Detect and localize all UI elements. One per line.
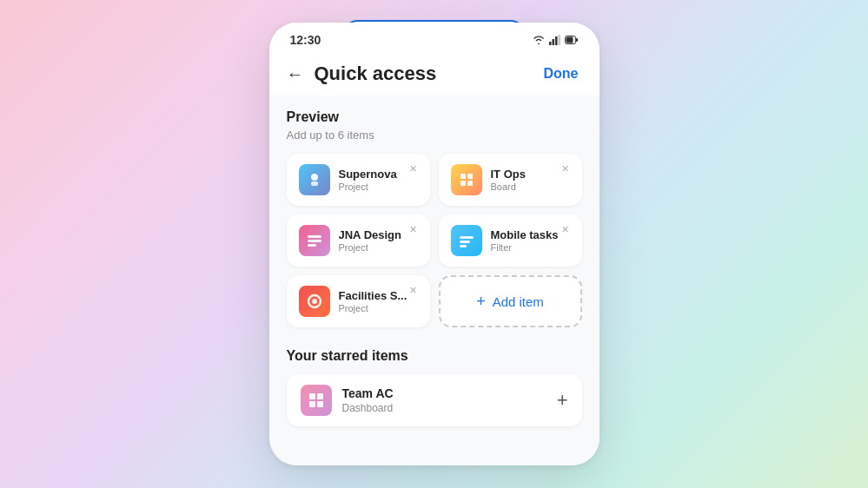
itops-type: Board [491,181,570,192]
list-item: JNA Design Project × [287,214,430,267]
svg-rect-0 [549,42,552,45]
remove-supernova-button[interactable]: × [406,161,421,176]
status-bar: 12:30 [269,23,600,54]
remove-facilities-button[interactable]: × [406,282,421,298]
team-ac-name: Team AC [342,386,547,400]
svg-rect-3 [558,35,560,45]
svg-rect-21 [309,393,315,399]
svg-rect-11 [461,181,466,186]
svg-rect-17 [460,241,470,243]
svg-rect-12 [467,181,473,186]
status-icons [532,35,579,45]
list-item: IT Ops Board × [439,154,582,206]
add-item-plus-icon: + [476,293,486,311]
items-grid: Supernova Project × [287,154,582,327]
add-item-label: Add item [493,294,544,309]
add-team-ac-button[interactable]: + [557,389,568,412]
svg-rect-13 [308,235,321,238]
svg-rect-2 [555,36,558,45]
starred-section: Your starred items Team AC Dashboard + [287,348,582,426]
mobile-type: Filter [491,242,570,253]
team-ac-info: Team AC Dashboard [342,386,547,414]
content-area: Preview Add up to 6 items Supernova Proj… [269,96,600,465]
svg-rect-9 [461,174,466,179]
back-button[interactable]: ← [287,64,304,84]
team-ac-type: Dashboard [342,402,547,414]
list-item: Team AC Dashboard + [287,374,582,426]
header-left: ← Quick access [287,63,437,85]
mobile-icon [451,225,482,256]
facilities-icon [299,286,330,317]
svg-rect-14 [308,240,321,242]
facilities-type: Project [339,303,418,313]
add-item-button[interactable]: + Add item [439,275,582,327]
svg-point-20 [312,299,317,304]
remove-jna-button[interactable]: × [406,221,421,237]
signal-icon [549,35,561,45]
preview-subtitle: Add up to 6 items [287,129,582,142]
svg-rect-5 [566,37,573,43]
header: ← Quick access Done [269,54,600,96]
svg-rect-10 [467,174,473,179]
team-ac-icon [301,385,332,416]
svg-rect-16 [460,236,474,239]
svg-point-7 [311,174,318,181]
supernova-type: Project [339,181,418,192]
svg-rect-18 [460,245,467,247]
preview-title: Preview [287,109,582,125]
supernova-icon [299,164,330,195]
svg-rect-15 [308,244,316,247]
svg-rect-23 [309,401,315,407]
svg-rect-6 [576,38,578,42]
page-title: Quick access [315,63,437,85]
list-item: Supernova Project × [287,154,430,206]
svg-rect-1 [552,39,554,45]
starred-title: Your starred items [287,348,582,364]
battery-icon [565,36,579,44]
remove-itops-button[interactable]: × [558,161,573,176]
preview-section: Preview Add up to 6 items Supernova Proj… [287,109,582,327]
done-button[interactable]: Done [540,63,582,85]
list-item: Mobile tasks Filter × [439,214,582,267]
itops-icon [451,164,482,195]
remove-mobile-button[interactable]: × [558,221,573,237]
jna-type: Project [339,242,418,253]
svg-rect-22 [317,393,323,399]
phone-frame: 12:30 ← Qu [269,23,600,465]
wifi-icon [532,35,546,45]
svg-rect-8 [311,181,318,186]
list-item: Facilities S... Project × [287,275,430,327]
jna-icon [299,225,330,256]
svg-rect-24 [317,401,323,407]
status-time: 12:30 [290,33,321,47]
